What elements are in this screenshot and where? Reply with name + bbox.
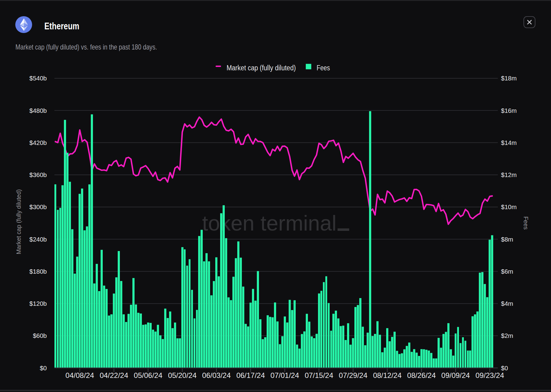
svg-text:$14m: $14m <box>501 139 517 146</box>
svg-text:06/03/24: 06/03/24 <box>202 371 231 379</box>
svg-text:$12m: $12m <box>501 171 517 178</box>
svg-text:07/29/24: 07/29/24 <box>339 371 367 379</box>
svg-text:Fees: Fees <box>317 63 330 72</box>
svg-text:$540b: $540b <box>29 75 47 82</box>
svg-text:09/23/24: 09/23/24 <box>475 371 504 379</box>
svg-text:08/12/24: 08/12/24 <box>373 371 401 379</box>
svg-text:$4m: $4m <box>501 300 513 307</box>
svg-text:$120b: $120b <box>29 300 47 307</box>
svg-text:$16m: $16m <box>501 107 517 114</box>
svg-text:Ethereum: Ethereum <box>44 21 79 31</box>
svg-text:06/17/24: 06/17/24 <box>236 371 265 379</box>
svg-text:$180b: $180b <box>29 268 47 275</box>
svg-text:$300b: $300b <box>29 203 47 210</box>
svg-text:05/20/24: 05/20/24 <box>168 371 196 379</box>
svg-text:Market cap (fully diluted): Market cap (fully diluted) <box>15 189 22 254</box>
svg-text:07/01/24: 07/01/24 <box>271 371 299 379</box>
svg-text:$60b: $60b <box>33 332 47 339</box>
svg-text:$0: $0 <box>40 364 47 372</box>
svg-text:$240b: $240b <box>29 236 47 243</box>
svg-text:08/26/24: 08/26/24 <box>407 371 436 379</box>
svg-text:$480b: $480b <box>29 107 47 114</box>
svg-text:$6m: $6m <box>501 268 513 275</box>
svg-text:$420b: $420b <box>29 139 47 146</box>
svg-text:07/15/24: 07/15/24 <box>305 371 333 379</box>
svg-text:04/22/24: 04/22/24 <box>100 371 128 379</box>
svg-text:$10m: $10m <box>501 203 517 210</box>
svg-text:09/09/24: 09/09/24 <box>441 371 470 379</box>
svg-text:05/06/24: 05/06/24 <box>134 371 162 379</box>
svg-text:$18m: $18m <box>501 75 517 82</box>
svg-text:Fees: Fees <box>523 216 529 230</box>
svg-text:04/08/24: 04/08/24 <box>65 371 94 379</box>
svg-text:Market cap (fully diluted): Market cap (fully diluted) <box>227 63 296 72</box>
svg-text:$360b: $360b <box>29 171 47 178</box>
svg-text:$2m: $2m <box>501 332 513 339</box>
svg-text:$8m: $8m <box>501 236 513 243</box>
svg-text:$0: $0 <box>501 364 508 372</box>
svg-text:Market cap (fully diluted) vs.: Market cap (fully diluted) vs. fees in t… <box>16 43 157 51</box>
